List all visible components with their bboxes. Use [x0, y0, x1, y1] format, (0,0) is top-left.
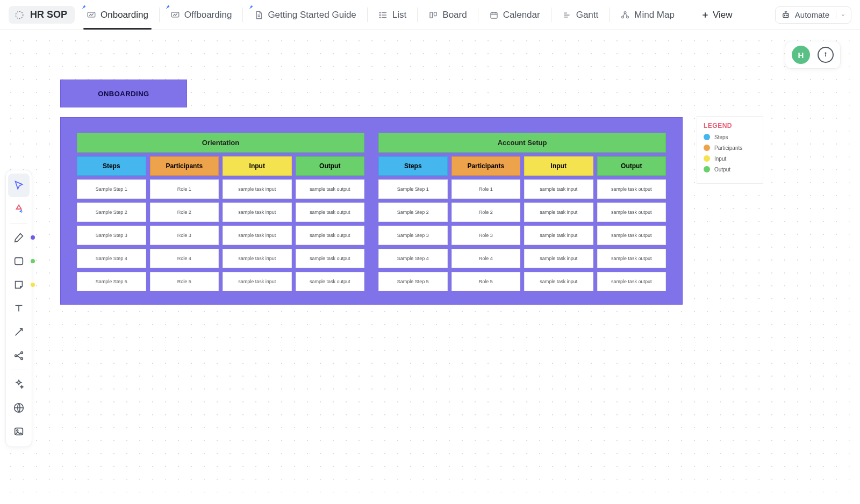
cell-input[interactable]: sample task input: [223, 272, 292, 291]
cell-step[interactable]: Sample Step 3: [378, 226, 448, 245]
cell-output[interactable]: sample task output: [597, 226, 666, 245]
col-header-participants[interactable]: Participants: [150, 156, 219, 176]
tool-ai[interactable]: [8, 372, 30, 396]
automate-label: Automate: [795, 10, 829, 19]
tab-label: Onboarding: [101, 10, 148, 20]
tab-calendar[interactable]: Calendar: [481, 0, 549, 30]
col-header-steps[interactable]: Steps: [77, 156, 146, 176]
svg-rect-7: [434, 12, 437, 16]
tab-gantt[interactable]: Gantt: [554, 0, 607, 30]
cell-input[interactable]: sample task input: [524, 203, 593, 222]
svg-point-0: [16, 11, 23, 19]
table-row: Sample Step 2Role 2sample task inputsamp…: [77, 203, 364, 222]
cell-output[interactable]: sample task output: [296, 226, 365, 245]
table-row: Sample Step 5Role 5sample task inputsamp…: [378, 272, 666, 291]
legend-item: Steps: [704, 134, 756, 140]
tab-getting-started-guide[interactable]: Getting Started Guide: [245, 0, 364, 30]
tool-color-dot: [31, 283, 35, 287]
chevron-down-icon[interactable]: [836, 11, 845, 19]
legend-items: StepsParticipantsInputOutput: [704, 134, 756, 172]
cell-step[interactable]: Sample Step 5: [378, 272, 448, 291]
cell-role[interactable]: Role 2: [150, 203, 219, 222]
cell-input[interactable]: sample task input: [223, 203, 292, 222]
whiteboard-canvas[interactable]: H: [0, 30, 860, 504]
cell-step[interactable]: Sample Step 1: [77, 179, 146, 199]
tool-color-dot: [31, 235, 35, 240]
cell-output[interactable]: sample task output: [296, 203, 365, 222]
user-avatar[interactable]: H: [792, 46, 810, 64]
legend-label: Steps: [714, 134, 728, 140]
automate-button[interactable]: Automate: [775, 6, 851, 24]
col-header-input[interactable]: Input: [223, 156, 292, 176]
cell-role[interactable]: Role 1: [150, 179, 219, 199]
pin-icon: [81, 4, 87, 10]
svg-point-18: [21, 352, 23, 354]
cell-output[interactable]: sample task output: [296, 272, 365, 291]
tool-pen[interactable]: [8, 226, 30, 249]
legend-label: Input: [714, 156, 726, 162]
legend-card[interactable]: LEGEND StepsParticipantsInputOutput: [697, 116, 763, 184]
legend-item: Input: [704, 155, 756, 162]
tab-list[interactable]: List: [370, 0, 415, 30]
tab-onboarding[interactable]: Onboarding: [78, 0, 157, 30]
cell-input[interactable]: sample task input: [223, 226, 292, 245]
cell-output[interactable]: sample task output: [597, 249, 666, 268]
tool-color-dot: [31, 259, 35, 263]
cell-role[interactable]: Role 5: [150, 272, 219, 291]
tool-image[interactable]: [8, 420, 30, 443]
col-header-steps[interactable]: Steps: [378, 156, 448, 176]
cell-step[interactable]: Sample Step 1: [378, 179, 448, 199]
cell-step[interactable]: Sample Step 4: [378, 249, 448, 268]
col-header-output[interactable]: Output: [597, 156, 666, 176]
cell-step[interactable]: Sample Step 2: [77, 203, 146, 222]
cell-input[interactable]: sample task input: [524, 249, 593, 268]
legend-label: Output: [714, 167, 730, 172]
add-view-button[interactable]: View: [694, 10, 739, 20]
tool-sticky-note[interactable]: [8, 273, 30, 297]
cell-step[interactable]: Sample Step 5: [77, 272, 146, 291]
cell-output[interactable]: sample task output: [597, 272, 666, 291]
tool-web-embed[interactable]: [8, 396, 30, 420]
cell-input[interactable]: sample task input: [524, 272, 593, 291]
cell-role[interactable]: Role 4: [150, 249, 219, 268]
cell-role[interactable]: Role 4: [452, 249, 521, 268]
board-title-block[interactable]: ONBOARDING: [60, 80, 187, 107]
cell-output[interactable]: sample task output: [597, 203, 666, 222]
tool-select[interactable]: [8, 174, 30, 197]
group-title[interactable]: Orientation: [77, 133, 364, 153]
cell-role[interactable]: Role 1: [452, 179, 521, 199]
cell-step[interactable]: Sample Step 3: [77, 226, 146, 245]
tab-board[interactable]: Board: [420, 0, 475, 30]
tool-rectangle[interactable]: [8, 249, 30, 273]
tab-offboarding[interactable]: Offboarding: [162, 0, 241, 30]
cell-output[interactable]: sample task output: [296, 249, 365, 268]
tool-text[interactable]: [8, 297, 30, 320]
cell-step[interactable]: Sample Step 2: [378, 203, 448, 222]
board-panel[interactable]: OrientationStepsParticipantsInputOutputS…: [60, 117, 683, 305]
group-title[interactable]: Account Setup: [378, 133, 666, 153]
list-icon: [378, 10, 388, 20]
cell-role[interactable]: Role 2: [452, 203, 521, 222]
svg-point-3: [379, 12, 381, 13]
col-header-participants[interactable]: Participants: [452, 156, 521, 176]
cell-role[interactable]: Role 3: [452, 226, 521, 245]
cell-input[interactable]: sample task input: [223, 179, 292, 199]
cell-role[interactable]: Role 3: [150, 226, 219, 245]
col-header-output[interactable]: Output: [296, 156, 365, 176]
cell-input[interactable]: sample task input: [524, 226, 593, 245]
cell-output[interactable]: sample task output: [296, 179, 365, 199]
cell-output[interactable]: sample task output: [597, 179, 666, 199]
tool-connector[interactable]: [8, 320, 30, 344]
cell-input[interactable]: sample task input: [524, 179, 593, 199]
tool-shapes-generate[interactable]: [8, 197, 30, 221]
col-header-input[interactable]: Input: [524, 156, 593, 176]
cell-input[interactable]: sample task input: [223, 249, 292, 268]
tab-separator: [417, 8, 418, 22]
whiteboard-icon: [87, 10, 96, 20]
info-button[interactable]: [818, 47, 834, 63]
cell-role[interactable]: Role 5: [452, 272, 521, 291]
space-title-chip[interactable]: HR SOP: [9, 6, 75, 24]
cell-step[interactable]: Sample Step 4: [77, 249, 146, 268]
tab-mind-map[interactable]: Mind Map: [612, 0, 683, 30]
tool-relationship[interactable]: [8, 344, 30, 368]
